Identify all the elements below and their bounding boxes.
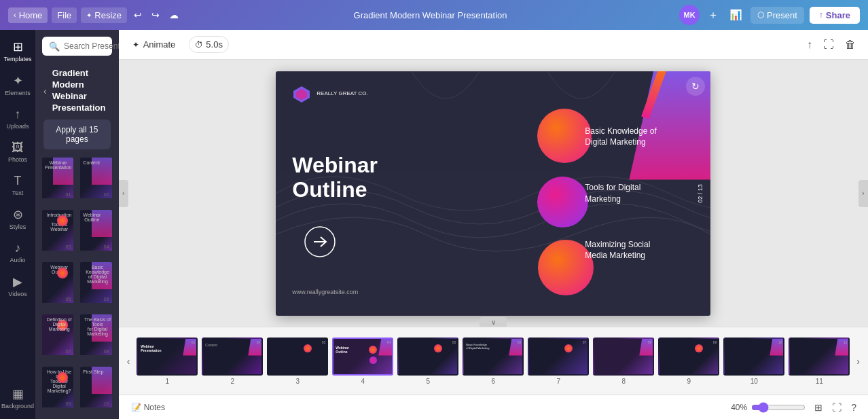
- template-thumb-5[interactable]: Webinar Outline 05: [41, 261, 75, 309]
- back-button[interactable]: ‹: [43, 86, 47, 96]
- redo-button[interactable]: ↪: [149, 7, 162, 23]
- slide-page-number: 02 / 13: [697, 184, 704, 203]
- slide-thumb-8[interactable]: 08 8: [593, 338, 654, 385]
- home-label: Home: [19, 10, 43, 20]
- slide-thumb-1[interactable]: WebinarPresentation 01 1: [137, 338, 198, 385]
- home-button[interactable]: ‹ Home: [8, 7, 48, 23]
- template-thumb-7[interactable]: Definition ofDigital Marketing 07: [41, 313, 75, 361]
- slide-thumb-6[interactable]: Basic Knowledgeof Digital Marketing 06 6: [463, 338, 524, 385]
- sidebar-item-photos[interactable]: 🖼 Photos: [0, 136, 35, 167]
- search-input[interactable]: [64, 41, 119, 51]
- notes-button[interactable]: 📝 Notes: [127, 400, 169, 415]
- add-user-button[interactable]: ＋: [705, 5, 721, 25]
- slide-circle-2: [537, 177, 588, 227]
- search-icon: 🔍: [49, 41, 60, 52]
- slide-thumb-10[interactable]: 10 10: [723, 338, 784, 385]
- uploads-icon: ↑: [15, 107, 21, 122]
- sidebar-item-text[interactable]: T Text: [0, 170, 35, 200]
- collapse-bottom-button[interactable]: ∨: [480, 317, 507, 327]
- slide-main-title: Webinar Outline: [292, 153, 378, 203]
- sidebar-item-elements[interactable]: ✦ Elements: [0, 69, 35, 101]
- sidebar-item-templates[interactable]: ⊞ Templates: [0, 35, 35, 67]
- background-label: Background: [1, 403, 34, 409]
- bottom-icons: ⊞ ⛶ ?: [811, 400, 860, 415]
- template-thumb-10[interactable]: First Step 10: [79, 365, 113, 414]
- slide-thumb-7[interactable]: 07 7: [528, 338, 589, 385]
- collapse-left-button[interactable]: ‹: [119, 180, 128, 207]
- sidebar-item-background[interactable]: ▦ Background: [0, 382, 35, 414]
- analytics-button[interactable]: 📊: [727, 6, 745, 24]
- slide-thumb-11[interactable]: 11 11: [789, 338, 850, 385]
- template-thumb-2[interactable]: Content 02: [79, 156, 113, 204]
- file-button[interactable]: File: [52, 7, 77, 23]
- thumbnail-strip: ‹ WebinarPresentation 01 1 Content 02 2: [119, 327, 868, 395]
- uploads-label: Uploads: [6, 123, 29, 130]
- photos-label: Photos: [8, 156, 27, 163]
- animate-button[interactable]: ✦ Animate: [127, 37, 181, 52]
- slide-thumb-3[interactable]: 03 3: [267, 338, 328, 385]
- canvas-toolbar: ✦ Animate ⏱ 5.0s ↑ ⛶ 🗑: [119, 30, 868, 60]
- slide-thumb-4[interactable]: WebinarOutline 04 4: [332, 338, 393, 385]
- user-avatar[interactable]: MK: [679, 5, 700, 25]
- cloud-button[interactable]: ☁: [166, 7, 181, 23]
- resize-label: Resize: [94, 10, 122, 20]
- elements-icon: ✦: [13, 73, 23, 88]
- slide-circle-1: [537, 109, 592, 163]
- slide-container[interactable]: ‹: [119, 60, 868, 327]
- template-thumb-1[interactable]: WebinarPresentation 01: [41, 156, 75, 204]
- zoom-slider[interactable]: [751, 402, 806, 413]
- grid-view-button[interactable]: ⊞: [811, 400, 826, 415]
- sidebar-item-styles[interactable]: ⊛ Styles: [0, 203, 35, 234]
- delete-button[interactable]: 🗑: [841, 36, 860, 54]
- slide-items: Basic Knowledge of Digital Marketing Too…: [585, 126, 673, 262]
- fullscreen-button[interactable]: ⛶: [819, 36, 838, 54]
- slide-item-1: Basic Knowledge of Digital Marketing: [585, 126, 673, 149]
- canvas-area: ✦ Animate ⏱ 5.0s ↑ ⛶ 🗑 ‹: [119, 30, 868, 419]
- slide-canvas[interactable]: REALLY GREAT CO. Webinar Outline www: [276, 71, 710, 316]
- videos-icon: ▶: [13, 274, 22, 289]
- template-grid: WebinarPresentation 01 Content 02 Introd…: [35, 156, 119, 419]
- zoom-area: 40%: [731, 402, 806, 413]
- sidebar-item-audio[interactable]: ♪ Audio: [0, 237, 35, 268]
- template-panel: 🔍 ⊞ ‹ Gradient Modern Webinar Presentati…: [35, 30, 119, 419]
- apply-all-button[interactable]: Apply all 15 pages: [43, 120, 111, 149]
- slide-logo: REALLY GREAT CO.: [292, 85, 367, 104]
- template-thumb-9[interactable]: How to Use theTools for DigitalMarketing…: [41, 365, 75, 414]
- template-thumb-6[interactable]: Basic Knowledgeof DigitalMarketing 06: [79, 261, 113, 309]
- slide-thumb-9[interactable]: 09 9: [658, 338, 719, 385]
- timing-button[interactable]: ⏱ 5.0s: [189, 36, 229, 53]
- background-icon: ▦: [12, 386, 24, 401]
- notes-icon: 📝: [131, 403, 141, 412]
- slide-arrow: [303, 225, 337, 261]
- refresh-button[interactable]: ↻: [686, 77, 705, 96]
- slide-url: www.reallygreatsite.com: [292, 289, 358, 295]
- photos-icon: 🖼: [12, 141, 24, 155]
- share-button[interactable]: ↑ Share: [810, 7, 860, 24]
- templates-icon: ⊞: [13, 39, 23, 54]
- collapse-right-button[interactable]: ›: [858, 180, 868, 207]
- template-header: ‹ Gradient Modern Webinar Presentation: [35, 62, 119, 120]
- sparkle-icon: ✦: [132, 40, 139, 50]
- text-label: Text: [12, 189, 24, 196]
- upload-icon-button[interactable]: ↑: [803, 36, 816, 54]
- fit-screen-button[interactable]: ⛶: [829, 400, 845, 415]
- sidebar-item-uploads[interactable]: ↑ Uploads: [0, 103, 35, 134]
- undo-button[interactable]: ↩: [131, 7, 145, 23]
- template-thumb-4[interactable]: WebinarOutline 04: [79, 208, 113, 257]
- slide-thumb-2[interactable]: Content 02 2: [202, 338, 263, 385]
- strip-prev-button[interactable]: ‹: [124, 353, 133, 369]
- videos-label: Videos: [8, 291, 26, 297]
- strip-next-button[interactable]: ›: [854, 353, 863, 369]
- left-sidebar: ⊞ Templates ✦ Elements ↑ Uploads 🖼 Photo…: [0, 30, 35, 419]
- presentation-title: Gradient Modern Webinar Presentation: [354, 10, 507, 20]
- slide-thumb-5[interactable]: 05 5: [397, 338, 458, 385]
- present-button[interactable]: ⬡ Present: [751, 7, 804, 24]
- sidebar-item-videos[interactable]: ▶ Videos: [0, 270, 35, 302]
- top-bar: ‹ Home File ✦ Resize ↩ ↪ ☁ Gradient Mode…: [0, 0, 868, 30]
- help-button[interactable]: ?: [848, 400, 860, 415]
- resize-button[interactable]: ✦ Resize: [81, 7, 127, 23]
- template-title: Gradient Modern Webinar Presentation: [52, 68, 111, 114]
- file-label: File: [57, 10, 71, 20]
- template-thumb-8[interactable]: The Basis of Toolsfor Digital Marketing …: [79, 313, 113, 361]
- template-thumb-3[interactable]: Introduction toToday's Webinar 03: [41, 208, 75, 257]
